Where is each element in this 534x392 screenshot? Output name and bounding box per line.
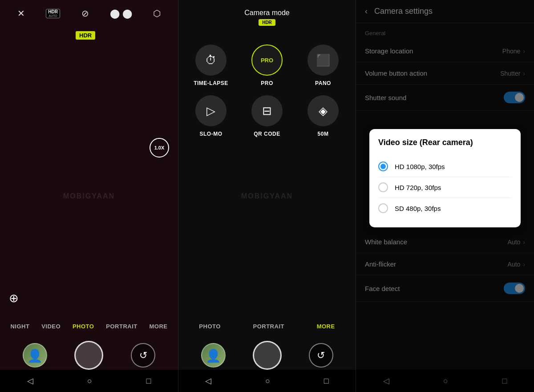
- mode-50m[interactable]: ◈ 50M: [299, 95, 347, 137]
- flash-icon[interactable]: ✕: [17, 8, 25, 19]
- radio-sd480-label: SD 480p, 30fps: [395, 205, 441, 212]
- watermark: MOBIGYAAN: [63, 192, 115, 200]
- pro-icon: PRO: [251, 44, 283, 76]
- zoom-indicator[interactable]: 1.0X: [150, 138, 169, 158]
- pro-label: PRO: [261, 80, 273, 86]
- radio-hd1080-inner: [380, 164, 386, 169]
- video-size-dialog: Video size (Rear camera) HD 1080p, 30fps…: [369, 129, 521, 227]
- dialog-title: Video size (Rear camera): [378, 138, 512, 147]
- radio-hd720-circle: [378, 182, 388, 192]
- shutter-button[interactable]: [74, 341, 103, 370]
- 50m-icon: ◈: [307, 95, 339, 126]
- bottom-controls-p2: ↺: [178, 341, 356, 370]
- gallery-thumbnail[interactable]: [23, 343, 47, 368]
- back-nav-p2[interactable]: ◁: [205, 376, 211, 386]
- 50m-label: 50M: [318, 131, 329, 137]
- radio-hd1080[interactable]: HD 1080p, 30fps: [378, 156, 512, 177]
- bottom-mode-tabs: PHOTO PORTRAIT MORE: [178, 323, 356, 330]
- mode-timelapse[interactable]: ⏱ TIME-LAPSE: [187, 44, 235, 86]
- recents-nav[interactable]: □: [146, 376, 151, 386]
- mode-qrcode[interactable]: ⊟ QR CODE: [243, 95, 291, 137]
- hdr-badge[interactable]: HDR AUTO: [46, 9, 60, 18]
- radio-sd480-circle: [378, 203, 388, 213]
- qrcode-label: QR CODE: [254, 131, 280, 137]
- settings-icon[interactable]: ⬡: [153, 8, 161, 19]
- flip-icon: ↺: [139, 350, 147, 361]
- zoom-value: 1.0X: [154, 145, 165, 150]
- tab-photo-p2[interactable]: PHOTO: [199, 323, 221, 330]
- tab-night[interactable]: NIGHT: [10, 323, 29, 330]
- slomo-label: SLO-MO: [200, 131, 222, 137]
- nav-bar-panel2: ◁ ○ □: [178, 370, 356, 392]
- mode-grid: ⏱ TIME-LAPSE PRO PRO ⬛ PANO ▷ SLO-MO ⊟ Q…: [178, 36, 356, 146]
- top-bar: ✕ HDR AUTO ⊘ ⬤ ⬤ ⬡: [0, 0, 178, 27]
- bottom-controls: ↺: [0, 341, 178, 370]
- mode-slomo[interactable]: ▷ SLO-MO: [187, 95, 235, 137]
- hdr-pill: HDR: [259, 19, 275, 26]
- timer-icon[interactable]: ⊘: [81, 8, 89, 19]
- pano-icon: ⬛: [307, 44, 339, 76]
- shutter-button-p2[interactable]: [253, 341, 282, 370]
- tab-portrait[interactable]: PORTRAIT: [106, 323, 137, 330]
- hdr-active-label: HDR: [76, 31, 95, 40]
- focus-reticle: ⊕: [9, 291, 19, 305]
- flip-icon-p2: ↺: [317, 350, 325, 361]
- radio-hd720[interactable]: HD 720p, 30fps: [378, 177, 512, 198]
- gallery-thumbnail-p2[interactable]: [201, 343, 226, 368]
- home-nav-p2[interactable]: ○: [265, 376, 270, 386]
- home-nav[interactable]: ○: [87, 376, 92, 386]
- watermark-panel2: MOBIGYAAN: [241, 192, 293, 200]
- timelapse-label: TIME-LAPSE: [194, 80, 228, 86]
- flip-camera-button[interactable]: ↺: [131, 343, 155, 368]
- radio-hd720-label: HD 720p, 30fps: [395, 184, 441, 191]
- radio-hd1080-label: HD 1080p, 30fps: [395, 163, 445, 170]
- pano-label: PANO: [315, 80, 331, 86]
- camera-mode-title: Camera mode: [178, 9, 356, 17]
- tab-more[interactable]: MORE: [150, 323, 168, 330]
- recents-nav-p2[interactable]: □: [324, 376, 329, 386]
- tab-portrait-p2[interactable]: PORTRAIT: [253, 323, 284, 330]
- video-size-dialog-overlay: Video size (Rear camera) HD 1080p, 30fps…: [356, 0, 534, 392]
- mode-tabs: NIGHT VIDEO PHOTO PORTRAIT MORE: [0, 323, 178, 330]
- tab-video[interactable]: VIDEO: [41, 323, 61, 330]
- camera-mode-header: Camera mode HDR: [178, 9, 356, 26]
- camera-settings-panel: ‹ Camera settings General Storage locati…: [356, 0, 534, 392]
- timelapse-icon: ⏱: [195, 44, 227, 76]
- nav-bar-panel1: ◁ ○ □: [0, 370, 178, 392]
- tab-photo[interactable]: PHOTO: [73, 323, 94, 330]
- bokeh-icon[interactable]: ⬤ ⬤: [110, 8, 132, 19]
- flip-camera-button-p2[interactable]: ↺: [309, 343, 333, 368]
- tab-more-p2[interactable]: MORE: [317, 323, 335, 330]
- radio-sd480[interactable]: SD 480p, 30fps: [378, 198, 512, 218]
- hdr-badge-text: HDR: [48, 10, 58, 14]
- mode-pro[interactable]: PRO PRO: [243, 44, 291, 86]
- hdr-auto-text: AUTO: [49, 14, 57, 17]
- back-nav[interactable]: ◁: [27, 376, 33, 386]
- camera-viewfinder-panel: ✕ HDR AUTO ⊘ ⬤ ⬤ ⬡ HDR 1.0X MOBIGYAAN ⊕ …: [0, 0, 178, 392]
- camera-mode-panel: Camera mode HDR ⏱ TIME-LAPSE PRO PRO ⬛ P…: [178, 0, 356, 392]
- qrcode-icon: ⊟: [251, 95, 283, 126]
- slomo-icon: ▷: [195, 95, 227, 126]
- mode-pano[interactable]: ⬛ PANO: [299, 44, 347, 86]
- radio-hd1080-circle: [378, 162, 388, 171]
